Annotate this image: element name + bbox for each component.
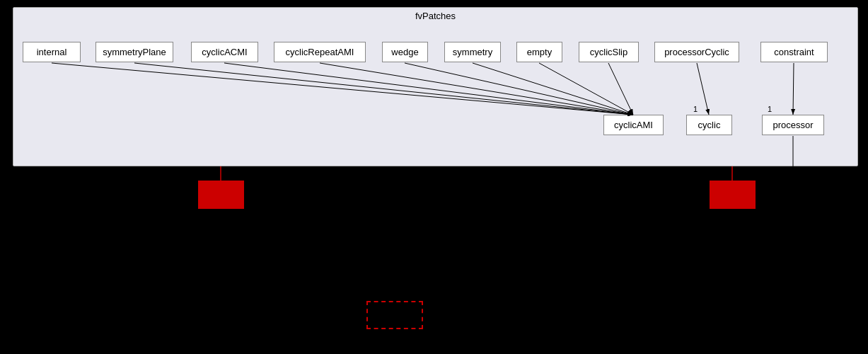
node-symmetry[interactable]: symmetry <box>444 42 501 62</box>
node-processorcyclic[interactable]: processorCyclic <box>654 42 739 62</box>
red-dashed-box <box>366 301 423 329</box>
fvpatches-title: fvPatches <box>13 8 857 24</box>
node-internal[interactable]: internal <box>23 42 81 62</box>
red-box-right <box>710 181 756 209</box>
node-processor[interactable]: processor <box>762 115 824 135</box>
node-wedge[interactable]: wedge <box>382 42 428 62</box>
red-box-left <box>198 181 244 209</box>
label-1-a: 1 <box>693 105 698 113</box>
node-cyclicacmi[interactable]: cyclicACMI <box>191 42 258 62</box>
node-cyclic[interactable]: cyclic <box>686 115 732 135</box>
node-cyclicrepeatami[interactable]: cyclicRepeatAMI <box>274 42 366 62</box>
diagram-container: fvPatches internal symmetryPlane cyclicA… <box>0 0 868 354</box>
label-1-b: 1 <box>768 105 772 113</box>
node-empty[interactable]: empty <box>516 42 562 62</box>
node-cyclicami[interactable]: cyclicAMI <box>603 115 664 135</box>
node-symmetryplane[interactable]: symmetryPlane <box>96 42 173 62</box>
node-constraint[interactable]: constraint <box>760 42 828 62</box>
fvpatches-box: fvPatches <box>13 7 858 166</box>
node-cyclicslip[interactable]: cyclicSlip <box>579 42 639 62</box>
